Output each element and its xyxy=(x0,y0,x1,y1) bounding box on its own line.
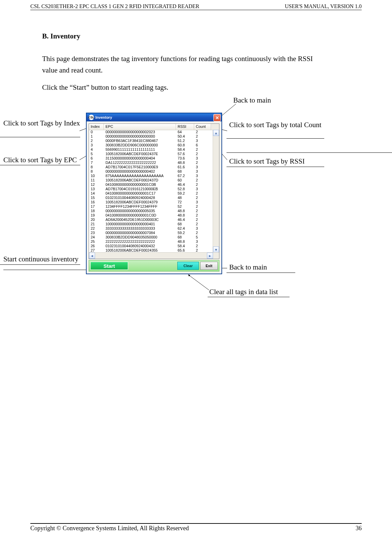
cell-epc: 1234FFFF1234FFFF1234FFFF xyxy=(104,204,176,209)
header-count[interactable]: Count xyxy=(194,124,211,130)
cell-epc: 1005182006ABCDEF00024379 xyxy=(104,200,176,204)
cell-rssi: 52 xyxy=(176,204,194,209)
cell-epc: 041008000000000000001C0D xyxy=(104,213,176,218)
scroll-up-icon[interactable]: ▲ xyxy=(213,130,219,136)
cell-epc: 1005182006ABCDEF0002437D xyxy=(104,178,176,182)
table-row[interactable]: 8000000000000000000000402683 xyxy=(89,169,213,174)
table-row[interactable]: 1800000000000000000000503548.82 xyxy=(89,209,213,213)
window-title: Inventory xyxy=(95,115,112,119)
cell-epc: 000000000000000000000402 xyxy=(104,169,176,174)
table-row[interactable]: 2233333333333333333333333362.43 xyxy=(89,226,213,231)
cell-rssi: 58.4 xyxy=(176,244,194,248)
table-row[interactable]: 3300833B2DDD906C00000000060.86 xyxy=(89,143,213,147)
table-row[interactable]: 100000000000000000000000050.42 xyxy=(89,134,213,139)
header-rssi[interactable]: RSSI xyxy=(176,124,194,130)
table-row[interactable]: 2601023101004408092400043258.42 xyxy=(89,244,213,248)
cell-index: 2 xyxy=(89,139,104,143)
cell-rssi: 72 xyxy=(176,200,194,204)
cell-epc: 010231010044080924000432 xyxy=(104,244,176,248)
table-row[interactable]: 21100000000000000000000401682 xyxy=(89,222,213,226)
scroll-down-icon[interactable]: ▼ xyxy=(213,247,219,253)
close-icon[interactable]: ✕ xyxy=(213,114,221,121)
ann-start-inv: Start continuous inventory xyxy=(3,255,79,263)
cell-rssi: 52.8 xyxy=(176,187,194,191)
cell-rssi: 59.2 xyxy=(176,231,194,235)
start-button[interactable]: Start xyxy=(90,262,128,270)
footer-page-number: 36 xyxy=(356,525,362,532)
cell-rssi: 48.8 xyxy=(176,213,194,218)
cell-count: 2 xyxy=(194,178,211,182)
table-row[interactable]: 111005182006ABCDEF0002437D602 xyxy=(89,178,213,182)
cell-count: 3 xyxy=(194,239,211,244)
cell-epc: 300833B2DDD9048035050000 xyxy=(104,235,176,239)
table-row[interactable]: 24300833B2DDD9048035050000685 xyxy=(89,235,213,239)
cell-index: 6 xyxy=(89,156,104,161)
table-row[interactable]: 14041008000000000000001C1759.22 xyxy=(89,191,213,196)
cell-rssi: 51.2 xyxy=(176,139,194,143)
scroll-left-icon[interactable]: ◄ xyxy=(89,253,95,259)
cell-epc: 1005182006ABCDEF0002437E xyxy=(104,152,176,156)
table-row[interactable]: 8AD7B17004C017F5E210000E961.63 xyxy=(89,165,213,169)
cell-epc: 300833B2DDD906C000000000 xyxy=(104,143,176,147)
ann-back-top: Back to main xyxy=(233,96,271,105)
cell-count: 2 xyxy=(194,244,211,248)
ann-sort-rssi: Click to sort Tags by RSSI xyxy=(229,157,305,166)
titlebar[interactable]: CSL Inventory ✕ xyxy=(87,113,221,121)
ann-clear-tags: Clear all tags in data list xyxy=(209,288,278,296)
button-bar: Start Clear Exit xyxy=(89,260,219,272)
table-row[interactable]: 0000000000000000000002023642 xyxy=(89,130,213,134)
vertical-scrollbar[interactable]: ▲ ▼ xyxy=(213,130,219,253)
table-row[interactable]: 20AD8A2000452DE1951D00003C46.42 xyxy=(89,218,213,222)
svg-line-0 xyxy=(220,104,236,117)
cell-count: 2 xyxy=(194,213,211,218)
table-row[interactable]: 2522222222222222222222222248.83 xyxy=(89,239,213,244)
cell-count: 3 xyxy=(194,174,211,178)
table-row[interactable]: 20000FB63AC1F3841EC88046751.23 xyxy=(89,139,213,143)
table-row[interactable]: 15010231010044080924000428482 xyxy=(89,196,213,200)
table-row[interactable]: 455699011111111111111111158.42 xyxy=(89,147,213,152)
app-icon: CSL xyxy=(89,115,94,120)
cell-rssi: 48.8 xyxy=(176,161,194,165)
header-left: CSL CS203ETHER-2 EPC CLASS 1 GEN 2 RFID … xyxy=(30,3,199,9)
cell-epc: AD7B17004C019161210000EB xyxy=(104,187,176,191)
cell-rssi: 46.4 xyxy=(176,182,194,187)
cell-count: 2 xyxy=(194,182,211,187)
cell-rssi: 58.4 xyxy=(176,147,194,152)
cell-index: 16 xyxy=(89,200,104,204)
cell-rssi: 48.8 xyxy=(176,239,194,244)
cell-index: 17 xyxy=(89,204,104,209)
cell-epc: 041008000000000000001C17 xyxy=(104,191,176,196)
cell-rssi: 48 xyxy=(176,196,194,200)
table-row[interactable]: 13AD7B17004C019161210000EB52.83 xyxy=(89,187,213,191)
cell-epc: 000000000000000000007084 xyxy=(104,231,176,235)
body-para-1: This page demonstrates the tag inventory… xyxy=(42,53,328,76)
cell-count: 5 xyxy=(194,235,211,239)
scroll-right-icon[interactable]: ► xyxy=(207,253,213,259)
cell-count: 2 xyxy=(194,134,211,139)
table-row[interactable]: 12041008000000000000001C0B46.42 xyxy=(89,182,213,187)
table-row[interactable]: 171234FFFF1234FFFF1234FFFF522 xyxy=(89,204,213,209)
table-row[interactable]: 2300000000000000000000708459.22 xyxy=(89,231,213,235)
table-row[interactable]: 51005182006ABCDEF0002437E57.62 xyxy=(89,152,213,156)
horizontal-scrollbar[interactable]: ◄ ► xyxy=(89,252,219,259)
cell-epc: AD7B17004C017F5E210000E9 xyxy=(104,165,176,169)
clear-button[interactable]: Clear xyxy=(177,262,199,270)
inventory-window: CSL Inventory ✕ Index EPC RSSI Count 000… xyxy=(86,113,222,274)
table-row[interactable]: 161005182006ABCDEF00024379723 xyxy=(89,200,213,204)
cell-epc: 556990111111111111111111 xyxy=(104,147,176,152)
cell-index: 11 xyxy=(89,178,104,182)
cell-index: 18 xyxy=(89,209,104,213)
table-row[interactable]: 10875AAAAAAAAAAAAAAAAAAAAA67.23 xyxy=(89,174,213,178)
table-row[interactable]: 631150000000000000000040473.63 xyxy=(89,156,213,161)
list-header: Index EPC RSSI Count xyxy=(89,124,219,130)
cell-epc: 100000000000000000000401 xyxy=(104,222,176,226)
cell-epc: 000000000000000000005035 xyxy=(104,209,176,213)
header-index[interactable]: Index xyxy=(89,124,104,130)
header-epc[interactable]: EPC xyxy=(104,124,176,130)
exit-button[interactable]: Exit xyxy=(200,262,218,270)
table-row[interactable]: 7DA112222222222222222222248.82 xyxy=(89,161,213,165)
cell-rssi: 68 xyxy=(176,235,194,239)
cell-epc: 000000000000000000002023 xyxy=(104,130,176,134)
page-footer: Copyright © Convergence Systems Limited,… xyxy=(30,523,362,532)
table-row[interactable]: 19041008000000000000001C0D48.82 xyxy=(89,213,213,218)
